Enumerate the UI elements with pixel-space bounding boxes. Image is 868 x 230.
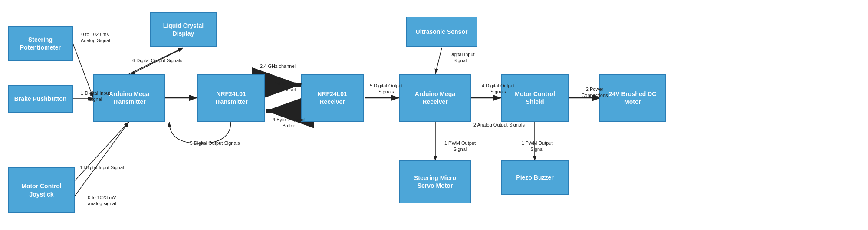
motor-control-joystick-block: Motor ControlJoystick — [8, 167, 75, 213]
label-shield-pwm: 1 PWM OutputSignal — [514, 140, 560, 153]
label-lcd-digital: 6 Digital Output Signals — [126, 57, 189, 63]
label-rx-pwm: 1 PWM OutputSignal — [438, 140, 482, 153]
label-rx-5dig: 5 Digital OutputSignals — [365, 83, 408, 95]
svg-line-8 — [75, 122, 129, 180]
label-nrf-4byte: 4 Byte PayloadBuffer — [267, 117, 310, 129]
arduino-rx-block: Arduino MegaReceiver — [399, 74, 471, 122]
label-shield-power: 2 PowerConnections — [575, 86, 614, 99]
label-nrf-channel: 2.4 GHz channel — [252, 63, 304, 69]
ultrasonic-sensor-block: Ultrasonic Sensor — [406, 17, 477, 47]
label-rx-4dig: 4 Digital OutputSignals — [474, 83, 522, 95]
label-sp-analog: 0 to 1023 mVAnalog Signal — [74, 31, 117, 44]
svg-line-9 — [75, 122, 129, 196]
piezo-buzzer-block: Piezo Buzzer — [501, 160, 569, 195]
label-nrf-16byte: 16 Byte DataPacket — [267, 80, 310, 93]
label-brake-digital: 1 Digital InputSignal — [74, 90, 117, 103]
label-mj-analog: 0 to 1023 mVanalog signal — [76, 194, 128, 207]
brake-pushbutton-block: Brake Pushbutton — [8, 85, 73, 113]
nrf-tx-block: NRF24L01Transmitter — [197, 74, 265, 122]
lcd-block: Liquid CrystalDisplay — [150, 12, 217, 47]
motor-control-shield-block: Motor ControlShield — [501, 74, 569, 122]
label-arduino-5dig: 5 Digital Output Signals — [182, 140, 247, 146]
steering-potentiometer-block: SteeringPotentiometer — [8, 26, 73, 61]
label-ultra-digital: 1 Digital InputSignal — [438, 51, 482, 64]
label-rx-2analog: 2 Analog Output Signals — [473, 122, 525, 128]
diagram: SteeringPotentiometer Brake Pushbutton M… — [0, 0, 868, 230]
label-mj-digital: 1 Digital Input Signal — [76, 164, 128, 170]
steering-servo-block: Steering MicroServo Motor — [399, 160, 471, 203]
